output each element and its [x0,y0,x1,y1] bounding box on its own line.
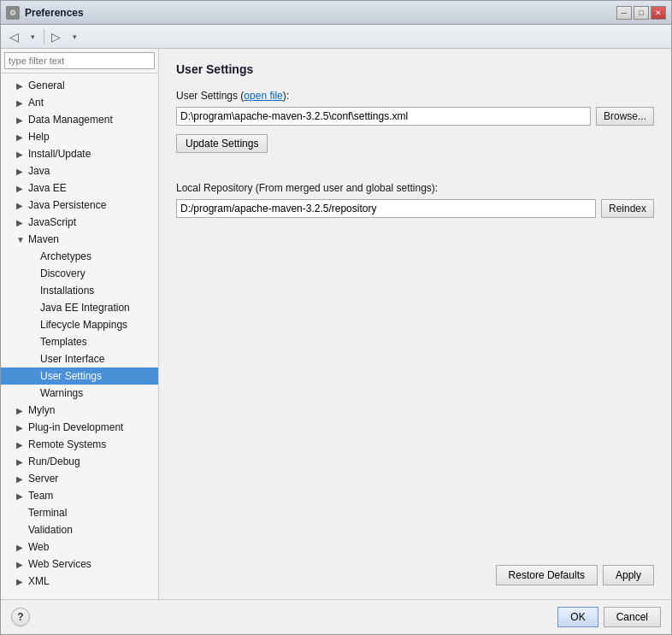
toolbar: ◁ ▾ ▷ ▾ [1,25,671,49]
back-button[interactable]: ◁ [4,27,23,46]
sidebar-item-warnings[interactable]: Warnings [1,385,158,402]
expand-arrow: ▶ [16,491,28,501]
expand-arrow [28,355,40,364]
reindex-button[interactable]: Reindex [601,199,654,218]
main-panel: User Settings User Settings (open file):… [159,49,671,599]
expand-arrow: ▶ [16,543,28,552]
expand-arrow [16,526,28,535]
expand-arrow [28,320,40,330]
title-bar: ⚙ Preferences ─ □ ✕ [1,1,671,25]
sidebar-item-terminal[interactable]: Terminal [1,504,158,521]
sidebar-item-maven[interactable]: ▼ Maven [1,231,158,248]
sidebar-item-templates[interactable]: Templates [1,333,158,350]
filter-input[interactable] [4,52,155,69]
panel-title: User Settings [176,62,654,76]
sidebar-item-java-ee-integration[interactable]: Java EE Integration [1,299,158,316]
back-dropdown-button[interactable]: ▾ [23,27,42,46]
sidebar-item-validation[interactable]: Validation [1,521,158,538]
bottom-bar: ? OK Cancel [1,599,671,634]
expand-arrow: ▶ [16,98,28,108]
sidebar-item-user-settings[interactable]: User Settings [1,367,158,385]
local-repo-input[interactable] [176,199,596,218]
expand-arrow: ▶ [16,115,28,125]
sidebar-item-install-update[interactable]: ▶ Install/Update [1,145,158,162]
sidebar-item-mylyn[interactable]: ▶ Mylyn [1,402,158,419]
expand-arrow: ▼ [16,235,28,244]
sidebar-item-xml[interactable]: ▶ XML [1,573,158,590]
sidebar-item-data-management[interactable]: ▶ Data Management [1,111,158,128]
sidebar-item-discovery[interactable]: Discovery [1,265,158,282]
sidebar-item-javascript[interactable]: ▶ JavaScript [1,214,158,231]
help-area: ? [11,608,30,626]
local-repo-row: Reindex [176,199,654,218]
sidebar-item-plugin-development[interactable]: ▶ Plug-in Development [1,419,158,436]
tree: ▶ General ▶ Ant ▶ Data Management ▶ Help [1,73,158,599]
window-title: Preferences [25,7,616,19]
expand-arrow: ▶ [16,201,28,210]
filter-box [1,49,158,73]
expand-arrow [16,509,28,518]
sidebar-item-user-interface[interactable]: User Interface [1,350,158,367]
expand-arrow: ▶ [16,457,28,467]
apply-button[interactable]: Apply [603,565,654,585]
expand-arrow: ▶ [16,577,28,586]
sidebar-item-run-debug[interactable]: ▶ Run/Debug [1,453,158,470]
expand-arrow: ▶ [16,423,28,432]
cancel-button[interactable]: Cancel [604,607,661,627]
expand-arrow: ▶ [16,184,28,193]
user-settings-label: User Settings (open file): [176,90,654,102]
sidebar-item-lifecycle-mappings[interactable]: Lifecycle Mappings [1,316,158,333]
sidebar-item-help[interactable]: ▶ Help [1,128,158,145]
ok-button[interactable]: OK [557,607,598,627]
close-button[interactable]: ✕ [651,6,666,20]
expand-arrow: ▶ [16,560,28,569]
update-settings-button[interactable]: Update Settings [176,134,268,153]
sidebar-item-installations[interactable]: Installations [1,282,158,299]
sidebar-item-general[interactable]: ▶ General [1,77,158,94]
expand-arrow [28,389,40,398]
expand-arrow: ▶ [16,150,28,159]
expand-arrow: ▶ [16,218,28,227]
expand-arrow: ▶ [16,81,28,91]
minimize-button[interactable]: ─ [616,6,632,20]
sidebar: ▶ General ▶ Ant ▶ Data Management ▶ Help [1,49,159,599]
sidebar-item-team[interactable]: ▶ Team [1,487,158,504]
expand-arrow [28,303,40,313]
expand-arrow: ▶ [16,406,28,415]
user-settings-row: Browse... [176,107,654,126]
sidebar-item-archetypes[interactable]: Archetypes [1,248,158,265]
sidebar-item-java-ee[interactable]: ▶ Java EE [1,179,158,197]
maximize-button[interactable]: □ [634,6,649,20]
content-area: ▶ General ▶ Ant ▶ Data Management ▶ Help [1,49,671,599]
title-bar-buttons: ─ □ ✕ [616,6,666,20]
help-button[interactable]: ? [11,608,30,626]
expand-arrow: ▶ [16,132,28,142]
expand-arrow: ▶ [16,167,28,176]
expand-arrow [28,269,40,279]
preferences-window: ⚙ Preferences ─ □ ✕ ◁ ▾ ▷ ▾ ▶ General [0,0,672,635]
toolbar-separator [44,29,44,44]
expand-arrow [28,338,40,347]
forward-button[interactable]: ▷ [46,27,65,46]
browse-button[interactable]: Browse... [596,107,654,126]
sidebar-item-web[interactable]: ▶ Web [1,538,158,556]
window-icon: ⚙ [6,6,20,20]
local-repo-label: Local Repository (From merged user and g… [176,182,654,194]
expand-arrow [28,252,40,262]
sidebar-item-web-services[interactable]: ▶ Web Services [1,556,158,573]
expand-arrow [28,286,40,296]
sidebar-item-java[interactable]: ▶ Java [1,162,158,179]
forward-dropdown-button[interactable]: ▾ [65,27,84,46]
sidebar-item-remote-systems[interactable]: ▶ Remote Systems [1,436,158,453]
expand-arrow: ▶ [16,474,28,484]
restore-defaults-button[interactable]: Restore Defaults [496,565,598,585]
sidebar-item-ant[interactable]: ▶ Ant [1,94,158,111]
user-settings-input[interactable] [176,107,591,126]
expand-arrow [28,372,40,381]
expand-arrow: ▶ [16,440,28,450]
open-file-link[interactable]: open file [244,90,282,102]
sidebar-item-java-persistence[interactable]: ▶ Java Persistence [1,197,158,214]
sidebar-item-server[interactable]: ▶ Server [1,470,158,487]
